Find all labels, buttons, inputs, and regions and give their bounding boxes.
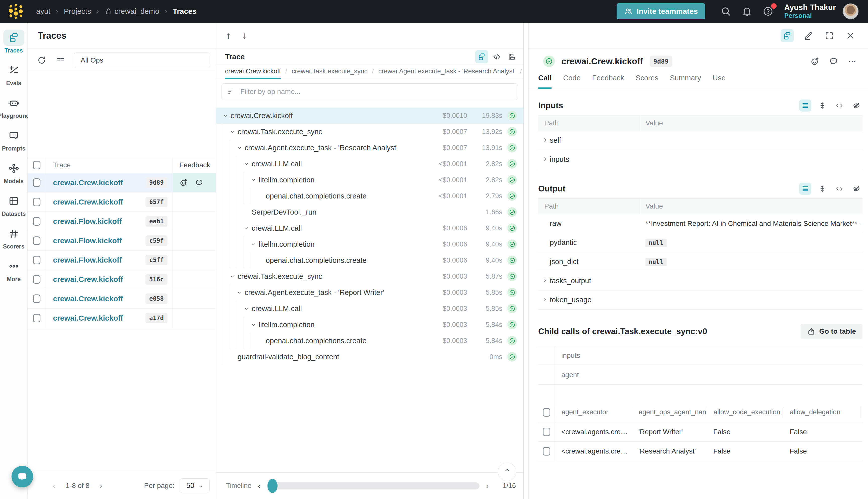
tree-row[interactable]: litellm.completion<$0.00012.82s xyxy=(216,172,523,188)
trace-link[interactable]: crewai.Crew.kickoff xyxy=(53,275,146,284)
sidebar-item-datasets[interactable]: Datasets xyxy=(0,193,28,226)
row-checkbox[interactable] xyxy=(33,275,40,284)
chevron-down-icon[interactable] xyxy=(243,160,252,167)
trace-breadcrumb-item[interactable]: crewai.Agent.execute_task - 'Research An… xyxy=(379,67,516,78)
table-row[interactable]: crewai.Crew.kickoff9d89 xyxy=(28,173,216,193)
tab-call[interactable]: Call xyxy=(538,74,551,89)
trace-link[interactable]: crewai.Crew.kickoff xyxy=(53,314,146,322)
tree-row[interactable]: openai.chat.completions.create$0.00035.8… xyxy=(216,333,523,349)
fullscreen-icon[interactable] xyxy=(823,29,836,42)
timeline-slider[interactable] xyxy=(267,483,480,489)
column-header-trace[interactable]: Trace xyxy=(46,157,173,173)
user-menu[interactable]: Ayush Thakur Personal xyxy=(784,3,836,20)
next-page-icon[interactable]: › xyxy=(89,480,112,490)
column-header-allow_delegation[interactable]: allow_delegation xyxy=(783,407,860,418)
sidebar-item-traces[interactable]: Traces xyxy=(0,30,28,62)
sidebar-item-models[interactable]: Models xyxy=(0,160,28,193)
column-header-feedback[interactable]: Feedback xyxy=(173,157,216,173)
chevron-down-icon[interactable] xyxy=(250,241,259,247)
chevron-down-icon[interactable] xyxy=(243,225,252,231)
column-header-agent_ops_agent_nan[interactable]: agent_ops_agent_nan xyxy=(632,407,707,418)
per-page-select[interactable]: 50⌄ xyxy=(179,478,210,493)
tree-panel-toggle-button[interactable] xyxy=(781,29,794,42)
tree-row[interactable]: openai.chat.completions.create$0.00069.4… xyxy=(216,252,523,268)
code-json-icon[interactable] xyxy=(833,183,845,195)
kv-row[interactable]: raw**Investment Report: AI in Chemical a… xyxy=(538,214,863,233)
kv-row[interactable]: self xyxy=(538,131,863,150)
timeline-slider-thumb[interactable] xyxy=(268,479,277,493)
row-checkbox[interactable] xyxy=(33,217,40,226)
trace-breadcrumb-item[interactable]: crewai.Task.execute_sync xyxy=(292,67,368,78)
flame-view-button[interactable] xyxy=(505,50,518,63)
table-row[interactable]: crewai.Crew.kickoffe058 xyxy=(28,289,216,308)
table-row[interactable]: <crewai.agents.cre…'Report Writer'FalseF… xyxy=(538,422,863,442)
tree-view-button[interactable] xyxy=(475,50,488,63)
chevron-down-icon[interactable] xyxy=(243,305,252,312)
help-icon[interactable] xyxy=(761,4,775,19)
wandb-logo-icon[interactable] xyxy=(8,3,24,19)
panel-resize-handle[interactable] xyxy=(524,23,529,499)
chevron-right-icon[interactable] xyxy=(538,296,550,304)
add-reaction-icon[interactable] xyxy=(179,179,188,187)
row-checkbox[interactable] xyxy=(33,256,40,264)
tree-row[interactable]: crewai.Agent.execute_task - 'Research An… xyxy=(216,140,523,156)
avatar[interactable] xyxy=(842,3,859,20)
tree-row[interactable]: openai.chat.completions.create<$0.00012.… xyxy=(216,188,523,204)
row-checkbox[interactable] xyxy=(33,198,40,206)
table-row[interactable]: crewai.Crew.kickoff657f xyxy=(28,193,216,212)
trace-link[interactable]: crewai.Crew.kickoff xyxy=(53,198,146,206)
expand-rows-icon[interactable] xyxy=(816,183,828,195)
row-checkbox[interactable] xyxy=(33,179,40,187)
row-checkbox[interactable] xyxy=(543,428,550,436)
trace-link[interactable]: crewai.Crew.kickoff xyxy=(53,294,146,303)
tree-row[interactable]: crewai.LLM.call$0.00035.85s xyxy=(216,301,523,317)
breadcrumb-project[interactable]: crewai_demo xyxy=(104,7,159,15)
sidebar-item-playground[interactable]: Playground xyxy=(0,95,28,127)
table-row[interactable]: crewai.Crew.kickoff316c xyxy=(28,270,216,289)
chevron-down-icon[interactable] xyxy=(229,273,238,280)
trace-breadcrumb-item[interactable]: crewai.Crew.kickoff xyxy=(225,67,281,79)
row-checkbox[interactable] xyxy=(33,294,40,303)
tree-row[interactable]: crewai.Task.execute_sync$0.000713.92s xyxy=(216,124,523,140)
kv-row[interactable]: pydanticnull xyxy=(538,233,863,252)
filter-settings-icon[interactable] xyxy=(55,55,65,65)
tree-row[interactable]: crewai.Crew.kickoff$0.001019.83s xyxy=(216,108,523,124)
comment-icon[interactable] xyxy=(195,179,203,187)
chevron-right-icon[interactable] xyxy=(538,156,550,163)
prev-page-icon[interactable]: ‹ xyxy=(43,480,65,490)
column-header-b[interactable]: b xyxy=(860,407,867,418)
chevron-down-icon[interactable] xyxy=(250,321,259,328)
arrow-down-icon[interactable]: ↓ xyxy=(242,30,247,41)
list-view-icon[interactable] xyxy=(799,183,811,195)
trace-link[interactable]: crewai.Crew.kickoff xyxy=(53,179,146,187)
tab-code[interactable]: Code xyxy=(563,74,580,89)
search-icon[interactable] xyxy=(719,4,733,19)
chat-support-button[interactable] xyxy=(12,466,33,487)
edit-pencil-icon[interactable] xyxy=(802,29,815,42)
chevron-down-icon[interactable] xyxy=(236,145,245,151)
chevron-down-icon[interactable] xyxy=(229,129,238,135)
tree-row[interactable]: litellm.completion$0.00035.84s xyxy=(216,317,523,333)
collapse-timeline-button[interactable]: ⌃ xyxy=(498,463,516,481)
breadcrumb-projects[interactable]: Projects xyxy=(64,7,91,15)
ops-filter-select[interactable]: All Ops xyxy=(74,52,210,68)
code-json-icon[interactable] xyxy=(833,99,845,112)
sidebar-item-prompts[interactable]: Prompts xyxy=(0,127,28,160)
refresh-icon[interactable] xyxy=(37,55,47,65)
sidebar-item-scorers[interactable]: Scorers xyxy=(0,226,28,258)
tree-row[interactable]: crewai.Agent.execute_task - 'Report Writ… xyxy=(216,284,523,301)
row-checkbox[interactable] xyxy=(33,236,40,245)
tab-scores[interactable]: Scores xyxy=(636,74,658,89)
comment-icon[interactable] xyxy=(829,57,838,66)
trace-link[interactable]: crewai.Flow.kickoff xyxy=(53,217,146,226)
hide-eye-icon[interactable] xyxy=(851,99,863,112)
add-reaction-icon[interactable] xyxy=(810,57,820,66)
table-row[interactable]: crewai.Flow.kickoffc59f xyxy=(28,231,216,251)
select-all-checkbox[interactable] xyxy=(543,408,550,417)
go-to-table-button[interactable]: Go to table xyxy=(801,324,863,339)
chevron-down-icon[interactable] xyxy=(222,112,231,119)
kv-row[interactable]: tasks_output xyxy=(538,271,863,291)
call-id-badge[interactable]: 9d89 xyxy=(650,56,672,67)
notifications-bell-icon[interactable] xyxy=(740,4,754,19)
op-filter-input[interactable]: Filter by op name... xyxy=(222,83,518,100)
